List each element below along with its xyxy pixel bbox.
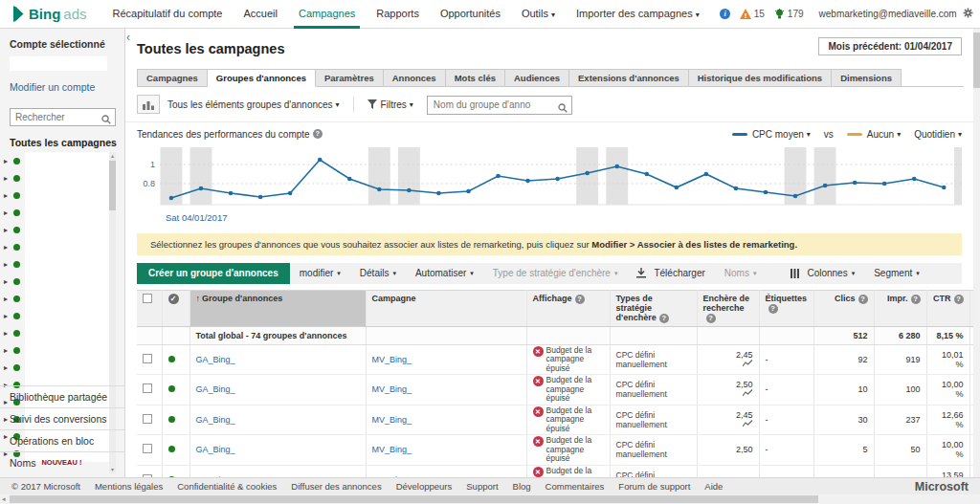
tab-dimensions[interactable]: Dimensions <box>832 69 902 87</box>
help-icon[interactable]: ? <box>954 295 964 304</box>
campaign-tree-item[interactable]: ▸ <box>0 152 124 169</box>
campaign-tree-item[interactable]: ▸ <box>0 255 124 273</box>
ad-group-link[interactable]: GA_Bing_ <box>196 445 235 454</box>
telecharger-button[interactable]: Télécharger <box>627 263 714 284</box>
data-point[interactable] <box>347 176 352 181</box>
data-point[interactable] <box>823 183 828 187</box>
col-header-ctr[interactable]: CTR? <box>926 290 969 326</box>
col-header-delivery[interactable]: Affichage? <box>526 290 610 326</box>
scrollbar-thumb[interactable] <box>973 33 980 88</box>
data-point[interactable] <box>614 164 619 168</box>
sidebar-link-suivi-des-conversions[interactable]: Suivi des conversions <box>0 407 124 429</box>
data-point[interactable] <box>407 187 412 192</box>
nav-item-campagnes[interactable]: Campagnes <box>288 0 366 29</box>
tab-groupes-d-annonces[interactable]: Groupes d'annonces <box>208 69 316 87</box>
col-header-status[interactable]: ✓ <box>162 290 189 326</box>
bid-trend-icon[interactable] <box>743 389 753 399</box>
footer-link-diffuser-des-annonces[interactable]: Diffuser des annonces <box>291 481 381 492</box>
campaign-tree-item[interactable]: ▸ <box>0 186 124 204</box>
campaign-tree-item[interactable]: ▸ <box>0 169 124 186</box>
ad-group-link[interactable]: GA_Bing_ <box>196 384 235 394</box>
data-point[interactable] <box>853 180 858 185</box>
data-point[interactable] <box>466 188 471 193</box>
nav-item-recapitulatif-du-compte[interactable]: Récapitulatif du compte <box>102 0 234 29</box>
legend-interval-dropdown[interactable]: Quotidien ▾ <box>914 129 962 140</box>
campaign-tree-item[interactable]: ▸ <box>0 221 124 238</box>
noms-button[interactable]: Noms▾ <box>715 263 767 284</box>
expand-triangle-icon[interactable]: ▸ <box>0 277 12 286</box>
campaign-link[interactable]: MV_Bing_ <box>372 384 412 394</box>
col-header-group[interactable]: ↑Groupe d'annonces <box>189 290 366 326</box>
create-ad-group-button[interactable]: Créer un groupe d'annonces <box>137 263 290 284</box>
scope-dropdown[interactable]: Tous les éléments groupes d'annonces ▾ <box>160 99 347 110</box>
data-point[interactable] <box>496 173 501 178</box>
data-point[interactable] <box>318 157 323 162</box>
campaign-tree-item[interactable]: ▸ <box>0 307 124 324</box>
scroll-left-icon[interactable]: ◂ <box>2 494 6 504</box>
data-point[interactable] <box>882 181 887 186</box>
ad-group-link[interactable]: GA_Bing_ <box>196 415 235 425</box>
group-name-search-input[interactable] <box>427 96 572 115</box>
nav-item-importer-des-campagnes[interactable]: Importer des campagnes▾ <box>566 0 710 29</box>
col-header-select[interactable] <box>137 290 162 326</box>
tab-mots-cles[interactable]: Mots clés <box>446 69 505 87</box>
campaign-tree-item[interactable]: ▸ <box>0 341 124 359</box>
data-point[interactable] <box>555 176 560 181</box>
page-horizontal-scrollbar[interactable]: ◂ <box>0 494 980 504</box>
footer-link-support[interactable]: Support <box>466 481 498 492</box>
col-header-impr[interactable]: Impr.? <box>874 290 926 326</box>
select-all-checkbox[interactable] <box>143 294 152 303</box>
expand-triangle-icon[interactable]: ▸ <box>0 260 12 269</box>
page-vertical-scrollbar[interactable] <box>973 29 980 477</box>
footer-link-forum-de-support[interactable]: Forum de support <box>618 481 690 492</box>
scroll-up-icon[interactable]: ▴ <box>109 152 116 160</box>
data-point[interactable] <box>377 186 382 191</box>
expand-triangle-icon[interactable]: ▸ <box>0 312 12 320</box>
data-point[interactable] <box>675 185 679 189</box>
campaign-tree-item[interactable]: ▸ <box>0 324 124 341</box>
colonnes-button[interactable]: Colonnes▾ <box>781 263 864 284</box>
data-point[interactable] <box>734 186 739 190</box>
date-range-button[interactable]: Mois précédent: 01/04/2017 <box>818 37 962 55</box>
row-checkbox[interactable] <box>143 383 152 393</box>
campaign-tree-item[interactable]: ▸ <box>0 238 124 255</box>
campaign-link[interactable]: MV_Bing_ <box>372 415 412 425</box>
segment-button[interactable]: Segment▾ <box>864 263 929 284</box>
nav-item-outils[interactable]: Outils▾ <box>511 0 566 29</box>
footer-link-aide[interactable]: Aide <box>704 481 723 492</box>
legend-metric-dropdown[interactable]: CPC moyen ▾ <box>732 129 811 140</box>
data-point[interactable] <box>644 171 649 176</box>
data-point[interactable] <box>704 171 709 176</box>
all-campaigns-tree-label[interactable]: Toutes les campagnes <box>0 135 124 152</box>
col-header-bid_strategy[interactable]: Types de stratégie d'enchère? <box>610 290 697 326</box>
filters-dropdown[interactable]: Filtres ▾ <box>360 99 421 110</box>
help-icon[interactable]: ? <box>768 304 778 314</box>
tab-extensions-d-annonces[interactable]: Extensions d'annonces <box>569 69 689 87</box>
row-checkbox[interactable] <box>143 444 152 453</box>
footer-link-blog[interactable]: Blog <box>513 481 531 492</box>
nav-item-opportunites[interactable]: Opportunités <box>430 0 511 29</box>
help-icon[interactable]: ? <box>313 129 323 139</box>
help-icon[interactable]: ? <box>706 314 716 323</box>
modifier-button[interactable]: modifier▾ <box>290 263 350 284</box>
sidebar-link-operations-en-bloc[interactable]: Opérations en bloc <box>0 429 124 451</box>
tab-campagnes[interactable]: Campagnes <box>137 69 208 87</box>
expand-triangle-icon[interactable]: ▸ <box>0 363 12 372</box>
data-point[interactable] <box>912 176 917 181</box>
bing-ads-logo[interactable]: Bing ads <box>0 6 102 22</box>
data-point[interactable] <box>525 178 530 183</box>
expand-triangle-icon[interactable]: ▸ <box>0 191 12 200</box>
campaign-tree-item[interactable]: ▸ <box>0 273 124 290</box>
footer-link-commentaires[interactable]: Commentaires <box>546 481 605 492</box>
warning-icon[interactable]: ! 15 <box>740 9 765 19</box>
expand-triangle-icon[interactable]: ▸ <box>0 295 12 303</box>
tab-annonces[interactable]: Annonces <box>384 69 446 87</box>
ad-group-link[interactable]: GA_Bing_ <box>196 355 235 364</box>
expand-triangle-icon[interactable]: ▸ <box>0 329 12 338</box>
expand-triangle-icon[interactable]: ▸ <box>0 157 12 165</box>
campaign-link[interactable]: MV_Bing_ <box>372 355 412 364</box>
sidebar-search-input[interactable] <box>10 108 116 126</box>
tab-historique-des-modifications[interactable]: Historique des modifications <box>689 69 832 87</box>
expand-triangle-icon[interactable]: ▸ <box>0 226 12 234</box>
tab-parametres[interactable]: Paramètres <box>316 69 384 87</box>
